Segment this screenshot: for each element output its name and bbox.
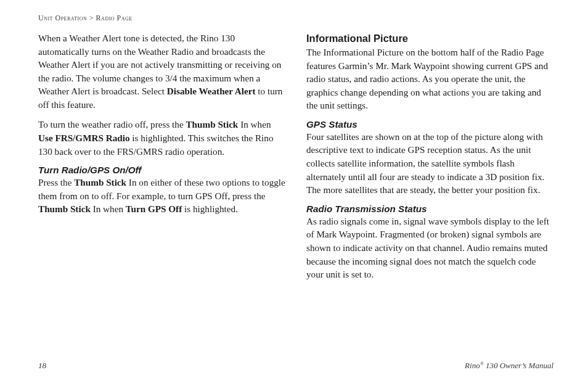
bold-term: Disable Weather Alert [167, 86, 256, 96]
body-text: To turn the weather radio off, press the [38, 119, 186, 130]
body-columns: When a Weather Alert tone is detected, t… [38, 31, 553, 345]
paragraph: To turn the weather radio off, press the… [38, 118, 285, 158]
breadcrumb-part-1: Unit Operation [38, 14, 87, 22]
header-divider [38, 25, 553, 25]
paragraph: As radio signals come in, signal wave sy… [306, 215, 553, 281]
breadcrumb: Unit Operation > Radio Page [38, 14, 553, 23]
paragraph: The Informational Picture on the bottom … [306, 46, 553, 112]
body-text: In when [91, 204, 126, 214]
bold-term: Turn GPS Off [126, 204, 182, 214]
bold-term: Use FRS/GMRS Radio [38, 133, 130, 143]
paragraph: Four satellites are shown on at the top … [306, 130, 553, 197]
paragraph: Press the Thumb Stick In on either of th… [38, 176, 285, 216]
bold-term: Thumb Stick [38, 204, 91, 214]
body-text: Press the [38, 177, 74, 187]
subheading-turn-radio-gps: Turn Radio/GPS On/Off [38, 165, 285, 175]
bold-term: Thumb Stick [74, 177, 126, 187]
page-number: 18 [38, 361, 46, 371]
footer-title-part: Rino [465, 361, 480, 370]
body-text: is highlighted. [182, 204, 238, 214]
page-footer: 18 Rino® 130 Owner’s Manual [38, 361, 553, 371]
footer-title: Rino® 130 Owner’s Manual [465, 361, 553, 371]
paragraph: When a Weather Alert tone is detected, t… [38, 31, 285, 111]
body-text: In when [238, 119, 271, 130]
subheading-radio-transmission-status: Radio Transmission Status [306, 204, 553, 214]
bold-term: Thumb Stick [186, 119, 238, 130]
heading-informational-picture: Informational Picture [306, 33, 553, 44]
footer-title-part: 130 Owner’s Manual [484, 361, 553, 370]
breadcrumb-part-2: Radio Page [96, 14, 133, 22]
subheading-gps-status: GPS Status [306, 119, 553, 130]
breadcrumb-sep: > [87, 14, 96, 22]
